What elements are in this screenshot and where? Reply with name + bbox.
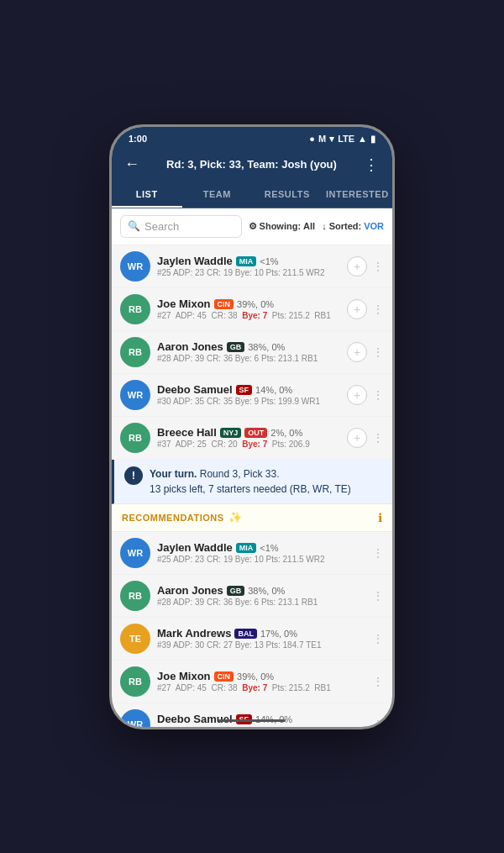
status-icons: ● M ▾ LTE ▲ ▮ — [309, 134, 375, 145]
back-button[interactable]: ← — [124, 155, 139, 173]
recommendations-header: RECOMMENDATIONS ✨ ℹ — [112, 504, 392, 532]
search-box[interactable]: 🔍 Search — [120, 215, 242, 238]
avatar: WR — [120, 709, 150, 729]
showing-filter-button[interactable]: ⚙ Showing: All — [249, 221, 316, 232]
player-pct: 38%, 0% — [248, 586, 285, 596]
bye-text: Bye: 7 — [242, 311, 267, 320]
avatar: RB — [120, 423, 150, 453]
add-player-button[interactable]: + — [347, 256, 367, 276]
bye-text: Bye: 7 — [242, 683, 267, 692]
player-menu-button[interactable]: ⋮ — [372, 675, 384, 688]
player-stats: #28 ADP: 39 CR: 36 Bye: 6 Pts: 213.1 RB1 — [157, 354, 340, 363]
player-menu-button[interactable]: ⋮ — [372, 718, 384, 729]
player-stats: #25 ADP: 23 CR: 19 Bye: 10 Pts: 211.5 WR… — [157, 555, 365, 564]
player-row: WR Jaylen Waddle MIA <1% #25 ADP: 23 CR:… — [112, 532, 392, 575]
player-menu-button[interactable]: ⋮ — [372, 546, 384, 560]
tab-list[interactable]: LIST — [112, 181, 182, 208]
player-stats: #28 ADP: 39 CR: 36 Bye: 6 Pts: 213.1 RB1 — [157, 598, 365, 607]
player-row: WR Jaylen Waddle MIA <1% #25 ADP: 23 CR:… — [112, 245, 392, 288]
tab-team[interactable]: TEAM — [182, 181, 253, 208]
team-badge: CIN — [214, 671, 234, 682]
player-info: Mark Andrews BAL 17%, 0% #39 ADP: 30 CR:… — [157, 627, 365, 650]
add-player-button[interactable]: + — [347, 342, 367, 362]
player-name: Joe Mixon — [157, 297, 211, 310]
player-pct: 17%, 0% — [260, 629, 297, 639]
player-info: Aaron Jones GB 38%, 0% #28 ADP: 39 CR: 3… — [157, 584, 365, 607]
player-name: Aaron Jones — [157, 584, 223, 597]
player-actions: ⋮ — [372, 546, 384, 560]
wifi-icon: ▾ — [329, 134, 334, 145]
player-menu-button[interactable]: ⋮ — [372, 303, 384, 316]
avatar: WR — [120, 538, 150, 568]
player-row: RB Joe Mixon CIN 39%, 0% #27 ADP: 45 CR:… — [112, 661, 392, 703]
search-filter-bar: 🔍 Search ⚙ Showing: All ↓ Sorted: VOR — [112, 208, 392, 245]
phone-frame: 1:00 ● M ▾ LTE ▲ ▮ ← Rd: 3, Pick: 33, Te… — [109, 124, 395, 729]
player-actions: ⋮ — [372, 675, 384, 688]
player-actions: ⋮ — [372, 718, 384, 729]
player-menu-button[interactable]: ⋮ — [372, 260, 384, 273]
player-name: Deebo Samuel — [157, 383, 233, 396]
player-pct: <1% — [260, 543, 278, 553]
player-row: RB Aaron Jones GB 38%, 0% #28 ADP: 39 CR… — [112, 331, 392, 374]
player-row: WR Deebo Samuel SF 14%, 0% #30 ADP: 35 C… — [112, 374, 392, 417]
team-badge: GB — [227, 342, 245, 352]
avatar: RB — [120, 337, 150, 367]
tab-bar: LIST TEAM RESULTS INTERESTED — [112, 181, 392, 208]
header: ← Rd: 3, Pick: 33, Team: Josh (you) ⋮ — [112, 149, 392, 181]
player-menu-button[interactable]: ⋮ — [372, 589, 384, 603]
info-icon[interactable]: ℹ — [378, 511, 382, 524]
player-actions: + ⋮ — [347, 342, 384, 362]
add-player-button[interactable]: + — [347, 299, 367, 319]
avatar: RB — [120, 666, 150, 697]
add-player-button[interactable]: + — [347, 385, 367, 405]
player-menu-button[interactable]: ⋮ — [372, 345, 384, 359]
player-menu-button[interactable]: ⋮ — [372, 431, 384, 445]
player-menu-button[interactable]: ⋮ — [372, 388, 384, 402]
player-stats: #27 ADP: 45 CR: 38 Bye: 7 Pts: 215.2 RB1 — [157, 683, 365, 692]
team-badge: NYJ — [220, 428, 242, 438]
tab-interested[interactable]: INTERESTED — [323, 181, 393, 208]
player-info: Jaylen Waddle MIA <1% #25 ADP: 23 CR: 19… — [157, 541, 365, 564]
sort-button[interactable]: ↓ Sorted: VOR — [322, 221, 384, 231]
player-row: RB Breece Hall NYJ OUT 2%, 0% #37 ADP: 2… — [112, 417, 392, 460]
header-menu-button[interactable]: ⋮ — [364, 155, 380, 174]
time: 1:00 — [129, 134, 147, 144]
player-actions: ⋮ — [372, 589, 384, 603]
recommendations-title: RECOMMENDATIONS ✨ — [122, 511, 242, 524]
your-turn-text: Your turn. Round 3, Pick 33. 13 picks le… — [150, 466, 351, 497]
sparkle-icon: ✨ — [228, 511, 243, 524]
team-badge: SF — [236, 385, 253, 395]
team-badge: MIA — [236, 543, 257, 553]
lte-label: LTE — [338, 134, 354, 144]
player-stats: #30 ADP: 35 CR: 35 Bye: 9 Pts: 199.9 WR1 — [157, 726, 365, 729]
player-name: Jaylen Waddle — [157, 541, 233, 554]
player-row: TE Mark Andrews BAL 17%, 0% #39 ADP: 30 … — [112, 618, 392, 661]
player-actions: ⋮ — [372, 632, 384, 645]
showing-label: Showing: — [260, 221, 302, 231]
alert-icon: ! — [124, 466, 143, 485]
main-content: 🔍 Search ⚙ Showing: All ↓ Sorted: VOR WR — [112, 208, 392, 729]
player-stats: #30 ADP: 35 CR: 35 Bye: 9 Pts: 199.9 WR1 — [157, 397, 340, 406]
player-name: Jaylen Waddle — [157, 255, 233, 267]
player-menu-button[interactable]: ⋮ — [372, 632, 384, 645]
team-badge: MIA — [236, 256, 257, 266]
battery-icon: ▮ — [370, 134, 375, 145]
tab-results[interactable]: RESULTS — [252, 181, 323, 208]
player-pct: 39%, 0% — [237, 299, 274, 309]
team-badge: CIN — [214, 299, 234, 309]
status-out-badge: OUT — [244, 428, 267, 438]
player-info: Joe Mixon CIN 39%, 0% #27 ADP: 45 CR: 38… — [157, 670, 365, 692]
player-stats: #25 ADP: 23 CR: 19 Bye: 10 Pts: 211.5 WR… — [157, 268, 340, 277]
search-icon: 🔍 — [128, 220, 140, 232]
avatar: RB — [120, 294, 150, 324]
player-name: Mark Andrews — [157, 627, 231, 640]
sorted-label: Sorted: — [329, 221, 362, 231]
player-info: Aaron Jones GB 38%, 0% #28 ADP: 39 CR: 3… — [157, 340, 340, 363]
gmail-icon: M — [318, 134, 326, 144]
your-turn-banner: ! Your turn. Round 3, Pick 33. 13 picks … — [112, 460, 392, 504]
player-actions: + ⋮ — [347, 299, 384, 319]
whatsapp-icon: ● — [309, 134, 315, 144]
player-row: WR Deebo Samuel SF 14%, 0% #30 ADP: 35 C… — [112, 703, 392, 729]
add-player-button[interactable]: + — [347, 428, 367, 448]
sorted-value: VOR — [364, 221, 384, 231]
